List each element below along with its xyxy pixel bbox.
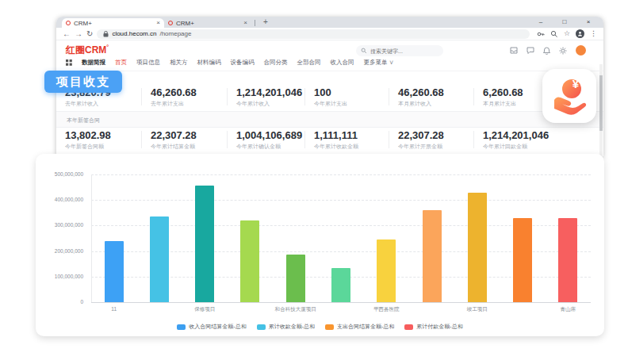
crm-ring-favicon-icon — [66, 21, 71, 25]
person-icon — [577, 31, 583, 36]
section-strip: 本年新签合同 — [56, 112, 603, 128]
nav-item-4[interactable]: 材料编码 — [197, 59, 221, 67]
y-axis-line — [91, 174, 92, 302]
legend-label: 收入合同结算金额-总和 — [189, 323, 246, 331]
search-zoom-icon[interactable] — [550, 30, 558, 38]
forward-icon[interactable]: → — [75, 30, 82, 38]
stat-label: 去年累计收入 — [65, 100, 111, 108]
stats-row2-col-0: 13,802.98今年新签合同额 — [65, 129, 111, 151]
stat-label: 今年累计确认金额 — [236, 143, 302, 151]
scrollbar-thumb[interactable] — [599, 75, 603, 131]
chrome-menu-icon[interactable]: ⋮ — [590, 30, 597, 37]
section-title: 本年新签合同 — [67, 117, 100, 125]
stat-label: 今年累计收款金额 — [314, 143, 358, 151]
nav-item-5[interactable]: 设备编码 — [231, 59, 255, 67]
browser-tab-inactive[interactable]: CRM+ × — [164, 18, 251, 28]
stat-divider — [304, 88, 305, 105]
chart-bar-1[interactable] — [150, 216, 169, 302]
nav-item-7[interactable]: 全部合同 — [297, 59, 321, 67]
legend-item-3[interactable]: 累计付款金额-总和 — [404, 323, 462, 331]
crm-logo: 红圈CRM° — [66, 44, 109, 57]
stat-label: 本月累计支出 — [483, 100, 523, 108]
crm-search-box[interactable] — [356, 45, 443, 56]
crm-ring-favicon-icon — [168, 21, 173, 25]
chart-legend: 收入合同结算金额-总和累计收款金额-总和支出合同结算金额-总和累计付款金额-总和 — [36, 323, 604, 331]
chart-bar-6[interactable] — [377, 239, 396, 302]
legend-item-1[interactable]: 累计收款金额-总和 — [257, 323, 315, 331]
x-axis-label-6: 平西县医院 — [344, 306, 429, 313]
nav-item-3[interactable]: 相关方 — [170, 59, 188, 67]
minimize-button[interactable]: – — [529, 17, 553, 28]
y-axis-tick: 400,000,000 — [36, 197, 83, 202]
inbox-icon[interactable] — [510, 47, 518, 54]
chart-bar-4[interactable] — [286, 255, 305, 302]
divider — [56, 71, 603, 71]
chart-bar-2[interactable] — [195, 186, 214, 302]
search-input[interactable] — [370, 48, 434, 54]
chart-bar-10[interactable] — [558, 218, 577, 302]
stat-value: 1,214,201,046 — [483, 129, 549, 141]
stat-label: 今年累计支出 — [314, 100, 347, 108]
crm-avatar[interactable] — [576, 45, 586, 56]
chart-bar-8[interactable] — [468, 193, 487, 302]
maximize-button[interactable]: □ — [553, 17, 576, 28]
nav-item-6[interactable]: 合同分类 — [264, 59, 288, 67]
new-tab-button[interactable]: + — [261, 17, 270, 27]
legend-swatch — [177, 324, 186, 330]
stat-label: 今年累计收入 — [236, 100, 302, 108]
tab-label: CRM+ — [176, 20, 194, 27]
payment-fab-card[interactable]: ¥ — [542, 69, 596, 123]
chat-icon[interactable] — [527, 47, 534, 54]
stats-row2-col-1: 22,307.28今年累计结算金额 — [151, 129, 197, 151]
legend-item-0[interactable]: 收入合同结算金额-总和 — [177, 323, 246, 331]
stats-row1-col-3: 100今年累计支出 — [314, 86, 347, 108]
yen-symbol: ¥ — [566, 77, 585, 90]
stats-row1-col-1: 46,260.68去年累计支出 — [151, 86, 197, 108]
chart-card: 500,000,000400,000,000300,000,000200,000… — [36, 154, 604, 336]
bell-icon[interactable] — [543, 47, 550, 55]
nav-item-1[interactable]: 首页 — [115, 59, 127, 67]
nav-item-8[interactable]: 收入合同 — [331, 59, 354, 67]
y-axis-tick: 200,000,000 — [36, 248, 83, 254]
legend-item-2[interactable]: 支出合同结算金额-总和 — [325, 323, 394, 331]
grid-menu-icon[interactable] — [66, 59, 72, 66]
browser-tab-active[interactable]: CRM+ × — [62, 18, 164, 28]
gear-icon[interactable] — [559, 47, 567, 55]
project-income-expense-badge[interactable]: 项目收支 — [44, 71, 122, 93]
stat-value: 1,111,111 — [314, 129, 358, 141]
x-axis-label-4: 和合科技大厦项目 — [253, 306, 338, 313]
crm-header-icons — [510, 45, 586, 56]
key-icon[interactable] — [537, 30, 545, 38]
back-icon[interactable]: ← — [63, 30, 71, 38]
browser-toolbar: ← → ↻ cloud.hecom.cn/homepage ☆ ⋮ — [56, 28, 603, 40]
profile-avatar[interactable] — [576, 29, 584, 38]
stats-row2-col-3: 1,111,111今年累计收款金额 — [314, 129, 358, 151]
tab-label: CRM+ — [74, 20, 92, 27]
gridline — [91, 200, 591, 201]
tab-strip: CRM+ × CRM+ × + – □ × — [56, 17, 603, 28]
reload-icon[interactable]: ↻ — [86, 30, 93, 38]
nav-item-0[interactable]: 数据简报 — [82, 59, 105, 67]
legend-swatch — [325, 324, 334, 330]
stat-divider — [389, 131, 389, 148]
stat-divider — [304, 131, 305, 148]
bookmark-star-icon[interactable]: ☆ — [564, 30, 570, 37]
chart-bar-0[interactable] — [105, 241, 124, 302]
tab-close-icon[interactable]: × — [156, 20, 160, 26]
stat-label: 今年累计开票金额 — [398, 143, 444, 151]
chart-bar-5[interactable] — [331, 268, 350, 302]
stat-divider — [141, 88, 142, 105]
tab-close-icon[interactable]: × — [243, 20, 247, 26]
address-bar[interactable]: cloud.hecom.cn/homepage — [97, 29, 530, 39]
stat-divider — [473, 131, 474, 148]
stats-row1: 23,820.79去年累计收入46,260.68去年累计支出1,214,201,… — [56, 86, 603, 113]
stat-divider — [389, 88, 389, 105]
stats-row2-col-4: 22,307.28今年累计开票金额 — [398, 129, 444, 151]
nav-item-2[interactable]: 项目信息 — [136, 59, 160, 67]
close-button[interactable]: × — [576, 17, 600, 28]
stat-divider — [473, 88, 474, 105]
chart-bar-9[interactable] — [513, 218, 532, 302]
chart-bar-7[interactable] — [423, 210, 442, 302]
nav-item-9[interactable]: 更多菜单 ∨ — [364, 59, 394, 67]
chart-bar-3[interactable] — [240, 220, 259, 302]
